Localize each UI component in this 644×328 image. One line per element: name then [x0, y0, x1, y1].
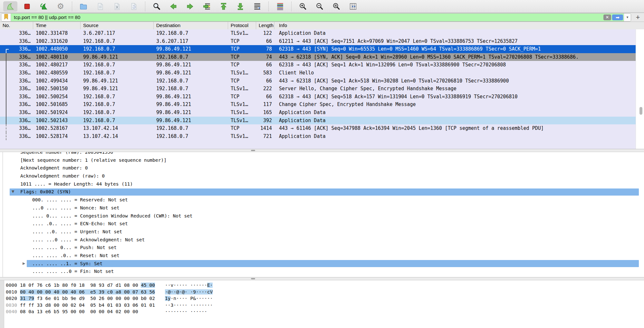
capture-stop-button[interactable]: [20, 1, 34, 12]
packet-length: 583: [256, 69, 274, 77]
hex-row[interactable]: 004008 0a 13 e6 b5 95 00 00 00 00 04 02 …: [0, 308, 644, 315]
ascii-bytes[interactable]: ·@··@·@· ·9····cV: [165, 289, 213, 295]
find-packet-button[interactable]: [149, 1, 164, 12]
packet-source: 99.86.49.121: [81, 53, 154, 61]
ascii-bytes[interactable]: 1y·n···· P&······: [165, 295, 213, 302]
hex-bytes[interactable]: 08 0a 13 e6 b5 95 00 00 00 00 04 02 00 0…: [20, 308, 138, 315]
zoom-out-button[interactable]: [312, 1, 327, 12]
auto-scroll-button[interactable]: [250, 1, 264, 12]
detail-line[interactable]: .... .... ...0 = Fin: Not set: [0, 267, 644, 275]
packet-list-scrollbar-thumb[interactable]: [639, 107, 642, 115]
hex-offset: 0030: [6, 302, 17, 309]
packet-row[interactable]: 336…1002.331620192.168.0.73.6.207.117TCP…: [0, 37, 644, 45]
column-header-source[interactable]: Source: [81, 22, 154, 29]
go-next-packet-button[interactable]: [183, 1, 197, 12]
packet-row[interactable]: 336…1002.502143192.168.0.799.86.49.121TL…: [0, 117, 644, 125]
hex-bytes[interactable]: 00 40 00 00 40 00 40 06 e5 39 c0 a8 00 0…: [20, 289, 155, 295]
zoom-100-button[interactable]: [329, 1, 343, 12]
hex-row[interactable]: 0030ff ff 33 d8 00 00 02 04 05 b4 01 03 …: [0, 302, 644, 309]
packet-row[interactable]: 336…1002.48011099.86.49.121192.168.0.7TC…: [0, 53, 644, 61]
hex-bytes[interactable]: 18 0f 76 c6 1b 80 f0 18 98 93 d7 d1 08 0…: [20, 282, 155, 289]
ascii-bytes[interactable]: ··v····· ······E·: [165, 282, 213, 289]
resize-columns-button[interactable]: [346, 1, 360, 12]
detail-line[interactable]: 000. .... .... = Reserved: Not set: [0, 196, 644, 204]
packet-no: 336…: [0, 69, 33, 77]
hex-bytes[interactable]: 31 79 f3 6e 01 bb 9e d9 50 26 00 00 00 0…: [20, 295, 155, 302]
packet-time: 1002.331478: [33, 29, 81, 37]
expander-closed-icon[interactable]: ▶: [23, 260, 25, 268]
filter-clear-button[interactable]: ✕: [603, 14, 611, 20]
detail-line[interactable]: ▼Flags: 0x002 (SYN): [0, 188, 644, 196]
packet-no: 336…: [0, 93, 33, 101]
packet-no: 336…: [0, 124, 33, 132]
packet-info: Application Data: [274, 29, 644, 37]
packet-row[interactable]: 336…1002.480217192.168.0.799.86.49.121TC…: [0, 61, 644, 69]
list-details-splitter[interactable]: [0, 149, 644, 152]
packet-length: 721: [256, 132, 274, 140]
packet-row[interactable]: 336…1002.52817413.107.42.14192.168.0.7TL…: [0, 132, 644, 140]
details-bytes-splitter[interactable]: [0, 277, 644, 280]
column-header-time[interactable]: Time: [33, 22, 81, 29]
capture-restart-button[interactable]: [37, 1, 51, 12]
detail-line[interactable]: .... ...0 .... = Acknowledgment: Not set: [0, 236, 644, 244]
detail-line[interactable]: [Next sequence number: 1 (relative seque…: [0, 156, 644, 164]
filter-dropdown-button[interactable]: ▾: [624, 14, 631, 21]
find-packet-icon: [152, 2, 161, 11]
hex-row[interactable]: 001000 40 00 00 40 00 40 06 e5 39 c0 a8 …: [0, 289, 644, 295]
detail-line[interactable]: .... .0.. .... = ECN-Echo: Not set: [0, 220, 644, 228]
detail-line[interactable]: .... 0... .... = Congestion Window Reduc…: [0, 212, 644, 220]
open-file-button[interactable]: [76, 1, 91, 12]
column-header-info[interactable]: Info: [274, 22, 644, 29]
detail-line[interactable]: Acknowledgment number (raw): 0: [0, 172, 644, 180]
detail-line[interactable]: Sequence number (raw): 2005041556: [0, 152, 644, 156]
column-header-length[interactable]: Length: [256, 22, 274, 29]
packet-protocol: TLSv1…: [228, 69, 256, 77]
detail-line[interactable]: .... .... .0.. = Reset: Not set: [0, 252, 644, 260]
filter-add-button[interactable]: +: [634, 14, 642, 21]
detail-line[interactable]: ...0 .... .... = Nonce: Not set: [0, 204, 644, 212]
packet-row[interactable]: 336…1002.3314783.6.207.117192.168.0.7TLS…: [0, 29, 644, 37]
packet-row[interactable]: 336…1002.501924192.168.0.799.86.49.121TL…: [0, 109, 644, 117]
packet-row[interactable]: 336…1002.501685192.168.0.799.86.49.121TL…: [0, 101, 644, 109]
capture-start-button[interactable]: [3, 1, 17, 12]
detail-line[interactable]: .... .... 0... = Push: Not set: [0, 244, 644, 252]
packet-row[interactable]: 336…1002.50015099.86.49.121192.168.0.7TL…: [0, 85, 644, 93]
detail-line[interactable]: ▶.... .... ..1. = Syn: Set: [0, 260, 644, 268]
ascii-bytes[interactable]: ··3····· ········: [165, 302, 213, 309]
detail-line[interactable]: Acknowledgment number: 0: [0, 164, 644, 172]
packet-protocol: TCP: [228, 45, 256, 53]
packet-row[interactable]: 336…1002.52816713.107.42.14192.168.0.7TC…: [0, 124, 644, 132]
zoom-in-button[interactable]: [296, 1, 310, 12]
packet-time: 1002.528167: [33, 124, 81, 132]
detail-text: .... .... ...0 = Fin: Not set: [32, 269, 114, 274]
detail-line[interactable]: .... ..0. .... = Urgent: Not set: [0, 228, 644, 236]
go-last-packet-button[interactable]: [233, 1, 247, 12]
hex-bytes[interactable]: ff ff 33 d8 00 00 02 04 05 b4 01 03 03 0…: [20, 302, 155, 309]
ascii-bytes[interactable]: ········ ······: [165, 308, 207, 315]
filter-bookmark-button[interactable]: [1, 14, 11, 21]
packet-row[interactable]: 336…1002.49943499.86.49.121192.168.0.7TC…: [0, 77, 644, 85]
hex-row[interactable]: 002031 79 f3 6e 01 bb 9e d9 50 26 00 00 …: [0, 295, 644, 302]
colorize-packets-button[interactable]: [273, 1, 287, 12]
go-previous-packet-button[interactable]: [166, 1, 180, 12]
expander-open-icon[interactable]: ▼: [12, 188, 14, 196]
packet-row[interactable]: 336…1002.480559192.168.0.799.86.49.121TL…: [0, 69, 644, 77]
go-to-packet-button[interactable]: [200, 1, 214, 12]
column-header-protocol[interactable]: Protocol: [228, 22, 256, 29]
hex-row[interactable]: 000018 0f 76 c6 1b 80 f0 18 98 93 d7 d1 …: [0, 282, 644, 289]
splitter-grip-icon: [251, 278, 255, 279]
column-header-no[interactable]: No.: [0, 22, 33, 29]
packet-row[interactable]: 336…1002.448050192.168.0.799.86.49.121TC…: [0, 45, 644, 53]
detail-line[interactable]: 1011 .... = Header Length: 44 bytes (11): [0, 180, 644, 188]
packet-list-pane: No.TimeSourceDestinationProtocolLengthIn…: [0, 22, 644, 149]
capture-options-button[interactable]: ⚙: [53, 1, 68, 12]
filter-apply-button[interactable]: ➡: [612, 14, 623, 20]
display-filter-field[interactable]: tcp.port == 80 || udp.port == 80 ✕ ➡ ▾: [1, 13, 631, 22]
filter-input[interactable]: tcp.port == 80 || udp.port == 80: [11, 14, 603, 20]
go-first-packet-button[interactable]: [216, 1, 231, 12]
toolbar-separator: [145, 2, 145, 11]
detail-text: [Next sequence number: 1 (relative seque…: [20, 158, 167, 163]
packet-row[interactable]: 336…1002.500254192.168.0.799.86.49.121TC…: [0, 93, 644, 101]
column-header-destination[interactable]: Destination: [154, 22, 228, 29]
open-file-icon: [79, 2, 88, 11]
